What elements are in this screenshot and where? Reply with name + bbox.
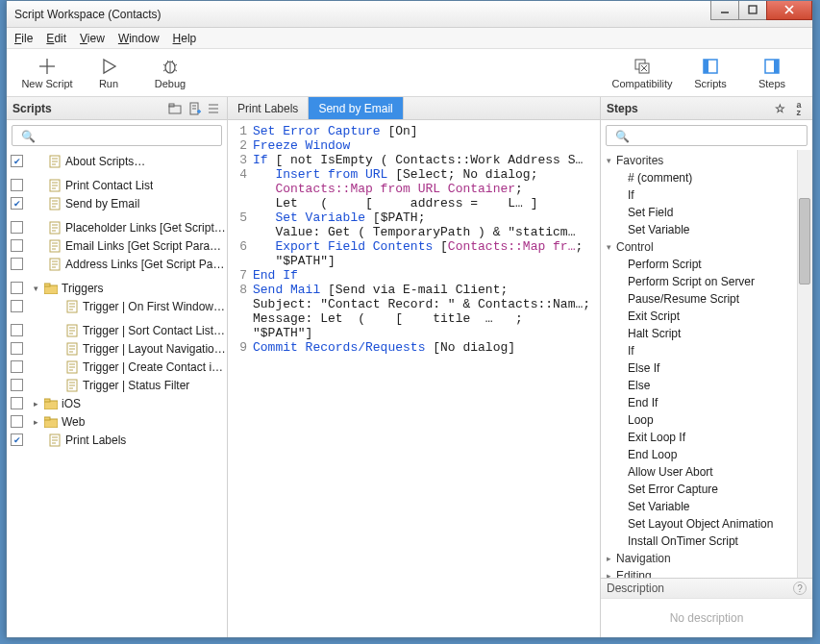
compatibility-button[interactable]: Compatibility (605, 57, 680, 89)
editor-line[interactable]: "$PATH"] (228, 326, 600, 340)
visibility-checkbox[interactable] (11, 300, 23, 312)
folder-row[interactable]: ▸iOS (7, 394, 227, 412)
step-item[interactable]: Halt Script (601, 325, 812, 342)
step-item[interactable]: Loop (601, 411, 812, 429)
step-item[interactable]: Else If (601, 359, 812, 377)
editor-line[interactable]: 8Send Mail [Send via E-mail Client; (228, 283, 600, 297)
editor-line[interactable]: Value: Get ( TemporaryPath ) & "staticm… (228, 225, 600, 239)
editor-line[interactable]: Contacts::Map from URL Container; (228, 182, 600, 196)
new-folder-icon[interactable] (167, 101, 183, 116)
visibility-checkbox[interactable] (11, 433, 23, 446)
visibility-checkbox[interactable] (11, 282, 23, 294)
step-item[interactable]: Perform Script (601, 256, 812, 273)
editor-line[interactable]: Message: Let ( [ title … ; (228, 311, 600, 326)
editor-line[interactable]: 4 Insert from URL [Select; No dialog; (228, 167, 600, 182)
step-item[interactable]: Allow User Abort (601, 463, 812, 481)
minimize-button[interactable] (710, 1, 739, 20)
step-item[interactable]: If (601, 186, 812, 204)
script-row[interactable]: Trigger | Status Filter (7, 376, 227, 394)
editor-line[interactable]: "$PATH"] (228, 254, 600, 268)
step-item[interactable]: Set Variable (601, 221, 812, 238)
editor-line[interactable]: 2Freeze Window (228, 138, 600, 153)
step-item[interactable]: Perform Script on Server (601, 273, 812, 290)
step-item[interactable]: If (601, 342, 812, 359)
editor-line[interactable]: 1Set Error Capture [On] (228, 124, 600, 138)
help-icon[interactable]: ? (793, 582, 807, 595)
editor-line[interactable]: 9Commit Records/Requests [No dialog] (228, 340, 600, 355)
scripts-search-input[interactable] (12, 125, 222, 146)
step-item[interactable]: Set Layout Object Animation (601, 515, 812, 533)
script-row[interactable]: Trigger | On First Window… (7, 297, 227, 315)
new-script-button[interactable]: New Script (16, 57, 78, 89)
expand-triangle-icon[interactable]: ▸ (31, 417, 40, 427)
script-row[interactable]: Trigger | Create Contact in… (7, 358, 227, 376)
steps-toggle-button[interactable]: Steps (741, 57, 803, 89)
editor-line[interactable]: Subject: "Contact Record: " & Contacts::… (228, 297, 600, 311)
step-item[interactable]: Else (601, 377, 812, 394)
scrollbar-thumb[interactable] (799, 198, 810, 285)
scrollbar-track[interactable] (797, 150, 812, 578)
step-item[interactable]: Exit Loop If (601, 429, 812, 446)
steps-search-input[interactable] (606, 125, 808, 146)
step-item[interactable]: Set Field (601, 204, 812, 221)
step-group-header[interactable]: ▸Editing (601, 567, 812, 578)
sort-az-icon[interactable]: az (791, 101, 807, 116)
script-row[interactable]: Print Contact List (7, 176, 227, 194)
step-group-header[interactable]: ▾Favorites (601, 152, 812, 169)
step-item[interactable]: # (comment) (601, 169, 812, 186)
visibility-checkbox[interactable] (11, 258, 23, 270)
script-row[interactable]: Trigger | Sort Contact List [… (7, 321, 227, 339)
menu-file[interactable]: File (14, 32, 33, 45)
editor-line[interactable]: Let ( [ address = L… ] (228, 196, 600, 211)
new-script-icon[interactable] (186, 101, 202, 116)
visibility-checkbox[interactable] (11, 360, 23, 373)
expand-triangle-icon[interactable]: ▸ (31, 399, 40, 409)
script-row[interactable]: Placeholder Links [Get Script P… (7, 218, 227, 236)
steps-list[interactable]: ▾Favorites# (comment)IfSet FieldSet Vari… (601, 150, 812, 578)
script-row[interactable]: Email Links [Get Script Paramet… (7, 236, 227, 255)
step-item[interactable]: End Loop (601, 446, 812, 463)
scripts-tree[interactable]: About Scripts…Print Contact ListSend by … (7, 150, 227, 637)
step-group-header[interactable]: ▸Navigation (601, 550, 812, 567)
visibility-checkbox[interactable] (11, 155, 23, 167)
expand-triangle-icon[interactable]: ▾ (31, 284, 40, 293)
step-item[interactable]: End If (601, 394, 812, 411)
script-row[interactable]: Trigger | Layout Navigatio… (7, 339, 227, 358)
close-button[interactable] (766, 1, 812, 20)
step-item[interactable]: Set Variable (601, 498, 812, 515)
menu-window[interactable]: Window (118, 32, 160, 45)
debug-button[interactable]: Debug (139, 57, 201, 89)
step-item[interactable]: Install OnTimer Script (601, 533, 812, 550)
step-item[interactable]: Set Error Capture (601, 481, 812, 498)
folder-row[interactable]: ▸Web (7, 412, 227, 431)
tab-print-labels[interactable]: Print Labels (228, 97, 309, 119)
editor-line[interactable]: 7End If (228, 268, 600, 283)
favorite-star-icon[interactable]: ☆ (772, 101, 787, 116)
editor-line[interactable]: 5 Set Variable [$PATH; (228, 211, 600, 225)
visibility-checkbox[interactable] (11, 397, 23, 409)
menu-view[interactable]: View (80, 32, 105, 45)
script-row[interactable]: About Scripts… (7, 152, 227, 170)
run-button[interactable]: Run (78, 57, 139, 89)
menu-help[interactable]: Help (173, 32, 197, 45)
script-editor[interactable]: 1Set Error Capture [On]2Freeze Window3If… (228, 120, 600, 637)
menu-edit[interactable]: Edit (46, 32, 66, 45)
step-item[interactable]: Pause/Resume Script (601, 290, 812, 308)
script-row[interactable]: Send by Email (7, 194, 227, 212)
step-group-header[interactable]: ▾Control (601, 238, 812, 256)
visibility-checkbox[interactable] (11, 324, 23, 336)
editor-line[interactable]: 3If [ not IsEmpty ( Contacts::Work Addre… (228, 153, 600, 167)
list-view-icon[interactable] (206, 101, 221, 116)
folder-row[interactable]: ▾Triggers (7, 279, 227, 297)
visibility-checkbox[interactable] (11, 415, 23, 428)
visibility-checkbox[interactable] (11, 179, 23, 191)
visibility-checkbox[interactable] (11, 379, 23, 391)
visibility-checkbox[interactable] (11, 342, 23, 355)
visibility-checkbox[interactable] (11, 239, 23, 252)
maximize-button[interactable] (738, 1, 767, 20)
script-row[interactable]: Address Links [Get Script Para… (7, 255, 227, 273)
visibility-checkbox[interactable] (11, 221, 23, 234)
editor-line[interactable]: 6 Export Field Contents [Contacts::Map f… (228, 239, 600, 254)
step-item[interactable]: Exit Script (601, 308, 812, 325)
script-row[interactable]: Print Labels (7, 431, 227, 449)
